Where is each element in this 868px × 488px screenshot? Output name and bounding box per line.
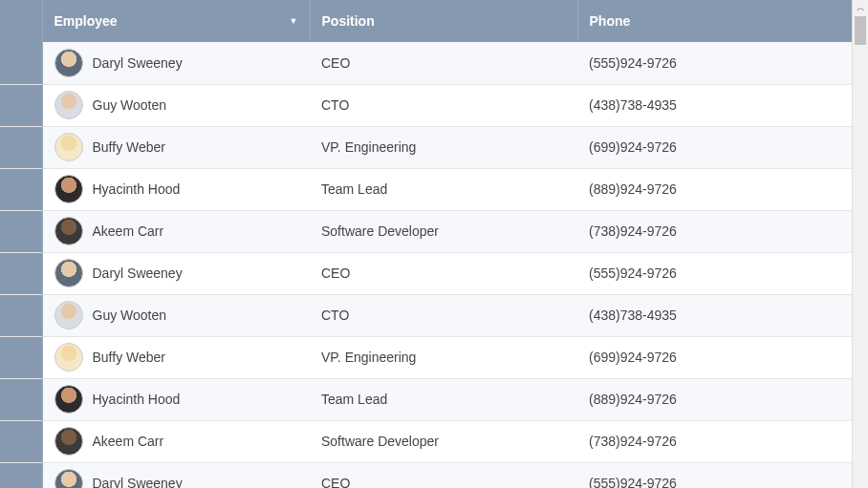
table-row[interactable]: Daryl SweeneyCEO(555)924-9726: [0, 42, 852, 84]
grid-main: Employee ▼ Position Phone Daryl SweeneyC…: [0, 0, 852, 488]
hierarchy-cell[interactable]: [0, 462, 42, 488]
phone-cell: (555)924-9726: [577, 42, 852, 84]
position-header-label: Position: [322, 13, 375, 29]
avatar: [54, 301, 83, 329]
employee-header-label: Employee: [54, 13, 118, 29]
table-row[interactable]: Akeem CarrSoftware Developer(738)924-972…: [0, 420, 852, 462]
avatar: [54, 343, 83, 371]
employee-name: Akeem Carr: [93, 223, 164, 239]
phone-cell: (555)924-9726: [577, 462, 852, 488]
employee-cell: Hyacinth Hood: [42, 378, 310, 420]
avatar: [54, 469, 83, 488]
employee-name: Daryl Sweeney: [93, 265, 183, 281]
avatar: [54, 427, 83, 456]
employee-cell: Daryl Sweeney: [42, 252, 310, 294]
position-cell: VP. Engineering: [310, 126, 577, 168]
position-cell: VP. Engineering: [310, 336, 577, 378]
table-row[interactable]: Daryl SweeneyCEO(555)924-9726: [0, 462, 852, 488]
position-cell: Team Lead: [310, 168, 577, 210]
hierarchy-cell[interactable]: [0, 420, 42, 462]
table-header: Employee ▼ Position Phone: [0, 0, 852, 42]
employee-cell: Akeem Carr: [42, 210, 310, 252]
hierarchy-column-header: [0, 0, 42, 42]
table-row[interactable]: Hyacinth HoodTeam Lead(889)924-9726: [0, 168, 852, 210]
employee-name: Guy Wooten: [93, 97, 167, 113]
avatar: [54, 133, 83, 161]
employee-table: Employee ▼ Position Phone Daryl SweeneyC…: [0, 0, 852, 488]
employee-grid: Employee ▼ Position Phone Daryl SweeneyC…: [0, 0, 868, 488]
phone-cell: (889)924-9726: [577, 168, 852, 210]
phone-column-header[interactable]: Phone: [577, 0, 852, 42]
employee-name: Daryl Sweeney: [93, 55, 183, 71]
avatar: [54, 49, 83, 77]
position-cell: CTO: [310, 294, 577, 336]
employee-cell: Buffy Weber: [42, 336, 310, 378]
phone-cell: (738)924-9726: [577, 210, 852, 252]
employee-cell: Guy Wooten: [42, 294, 310, 336]
phone-cell: (738)924-9726: [577, 420, 852, 462]
table-row[interactable]: Akeem CarrSoftware Developer(738)924-972…: [0, 210, 852, 252]
phone-header-label: Phone: [590, 13, 631, 29]
avatar: [54, 91, 83, 119]
hierarchy-cell[interactable]: [0, 84, 42, 126]
table-row[interactable]: Guy WootenCTO(438)738-4935: [0, 294, 852, 336]
employee-name: Hyacinth Hood: [93, 181, 181, 197]
employee-cell: Daryl Sweeney: [42, 462, 310, 488]
avatar: [54, 217, 83, 245]
phone-cell: (699)924-9726: [577, 336, 852, 378]
position-cell: CEO: [310, 252, 577, 294]
avatar: [54, 385, 83, 414]
phone-cell: (889)924-9726: [577, 378, 852, 420]
employee-column-header[interactable]: Employee ▼: [42, 0, 310, 42]
sort-desc-icon[interactable]: ▼: [290, 16, 298, 26]
vertical-scrollbar[interactable]: ︿: [852, 0, 868, 488]
employee-name: Hyacinth Hood: [93, 392, 181, 407]
employee-name: Akeem Carr: [93, 434, 164, 449]
hierarchy-cell[interactable]: [0, 294, 42, 336]
position-cell: Software Developer: [310, 210, 577, 252]
hierarchy-cell[interactable]: [0, 252, 42, 294]
phone-cell: (699)924-9726: [577, 126, 852, 168]
employee-cell: Buffy Weber: [42, 126, 310, 168]
position-cell: Team Lead: [310, 378, 577, 420]
employee-cell: Hyacinth Hood: [42, 168, 310, 210]
employee-name: Buffy Weber: [93, 139, 166, 155]
table-row[interactable]: Hyacinth HoodTeam Lead(889)924-9726: [0, 378, 852, 420]
position-cell: CTO: [310, 84, 577, 126]
table-row[interactable]: Buffy WeberVP. Engineering(699)924-9726: [0, 126, 852, 168]
hierarchy-cell[interactable]: [0, 210, 42, 252]
employee-name: Daryl Sweeney: [93, 476, 183, 488]
scrollbar-thumb[interactable]: [855, 16, 866, 45]
hierarchy-cell[interactable]: [0, 168, 42, 210]
avatar: [54, 259, 83, 287]
hierarchy-cell[interactable]: [0, 336, 42, 378]
table-row[interactable]: Guy WootenCTO(438)738-4935: [0, 84, 852, 126]
avatar: [54, 175, 83, 203]
position-column-header[interactable]: Position: [310, 0, 577, 42]
employee-cell: Akeem Carr: [42, 420, 310, 462]
employee-cell: Daryl Sweeney: [42, 42, 310, 84]
hierarchy-cell[interactable]: [0, 126, 42, 168]
table-body: Daryl SweeneyCEO(555)924-9726Guy WootenC…: [0, 42, 852, 488]
employee-name: Guy Wooten: [93, 308, 167, 323]
position-cell: CEO: [310, 42, 577, 84]
phone-cell: (438)738-4935: [577, 294, 852, 336]
hierarchy-cell[interactable]: [0, 42, 42, 84]
phone-cell: (438)738-4935: [577, 84, 852, 126]
position-cell: Software Developer: [310, 420, 577, 462]
phone-cell: (555)924-9726: [577, 252, 852, 294]
table-row[interactable]: Daryl SweeneyCEO(555)924-9726: [0, 252, 852, 294]
employee-cell: Guy Wooten: [42, 84, 310, 126]
scroll-up-icon[interactable]: ︿: [853, 0, 868, 16]
table-row[interactable]: Buffy WeberVP. Engineering(699)924-9726: [0, 336, 852, 378]
position-cell: CEO: [310, 462, 577, 488]
hierarchy-cell[interactable]: [0, 378, 42, 420]
employee-name: Buffy Weber: [93, 350, 166, 365]
